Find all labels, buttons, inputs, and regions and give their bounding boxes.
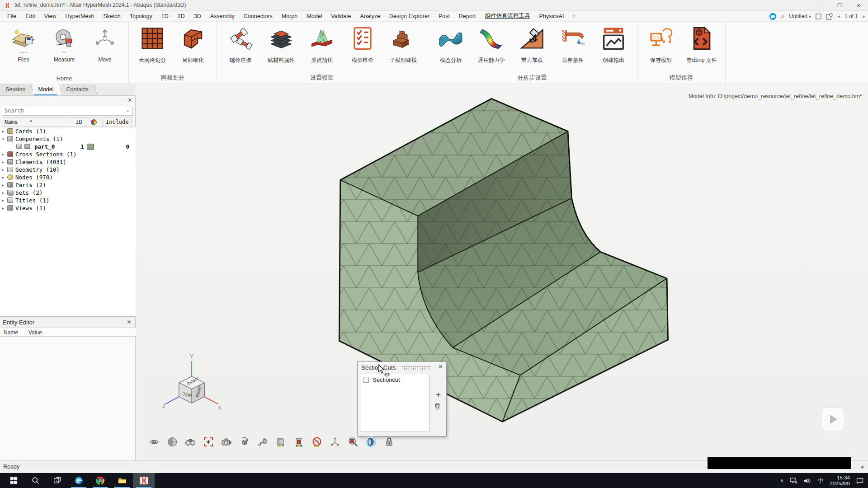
tool-local-refine-button[interactable]: 局部细化 <box>174 23 212 64</box>
close-button[interactable]: ✕ <box>849 0 868 11</box>
menu-item-sketch[interactable]: Sketch <box>99 12 125 21</box>
menu-item-view[interactable]: View <box>40 12 61 21</box>
tree-row-sets[interactable]: ▸Sets (2) <box>0 189 136 197</box>
spotlight-review-icon[interactable] <box>347 436 359 448</box>
tree-row-part_0[interactable]: part_010 <box>0 143 136 150</box>
menu-item-report[interactable]: Report <box>454 12 481 21</box>
tree-item-label[interactable]: Cards (1) <box>15 127 46 135</box>
notification-icon[interactable] <box>856 478 863 484</box>
menu-item-post[interactable]: Post <box>434 12 454 21</box>
menu-item-edit[interactable]: Edit <box>21 12 40 21</box>
new-page-icon[interactable] <box>816 14 821 19</box>
tool-move-button[interactable]: Move <box>86 23 124 63</box>
menu-item-3d[interactable]: 3D <box>189 12 206 21</box>
menu-item-file[interactable]: File <box>3 12 21 21</box>
add-section-cut-button[interactable]: + <box>436 390 441 400</box>
tool-general-static-button[interactable]: 通用静力学 <box>472 23 510 64</box>
tab-session[interactable]: Session <box>0 84 33 95</box>
delete-section-cut-button[interactable] <box>434 403 441 410</box>
graphics-viewport[interactable]: Model Info: D:/project/demo_resource/tet… <box>136 84 868 460</box>
menu-item-2d[interactable]: 2D <box>173 12 189 21</box>
tool-modal-analysis-button[interactable]: 模态分析 <box>432 23 470 64</box>
lock-icon[interactable] <box>383 436 395 448</box>
section-cut-3d-icon[interactable] <box>365 436 377 448</box>
play-overlay-button[interactable] <box>821 408 844 431</box>
tree-item-label[interactable]: Views (1) <box>15 204 46 212</box>
tool-export-inp-button[interactable]: 导出inp 文件 <box>683 23 721 64</box>
volume-icon[interactable] <box>804 478 811 484</box>
view-triad[interactable]: Y X Z TOP REAR RIGHT <box>162 353 222 417</box>
sectioncut-checkbox[interactable] <box>363 377 369 383</box>
tray-expand-icon[interactable]: ∧ <box>780 478 783 483</box>
element-spool-icon[interactable] <box>293 436 305 448</box>
browser-search-input[interactable]: Search ⌕ <box>2 106 133 116</box>
expand-arrow-icon[interactable]: ▸ <box>2 127 6 135</box>
menu-item-physicsai[interactable]: PhysicsAI <box>535 12 569 21</box>
expand-arrow-icon[interactable]: ▸ <box>2 189 6 197</box>
taskbar-hypermesh-icon[interactable] <box>133 473 155 488</box>
triad-axes-icon[interactable] <box>329 436 341 448</box>
expand-arrow-icon[interactable]: ▸ <box>2 158 6 166</box>
tool-boundary-condition-button[interactable]: 位移边界条件 <box>554 23 592 64</box>
measure-nodes-icon[interactable] <box>257 436 269 448</box>
browser-close-icon[interactable]: ✕ <box>127 97 132 103</box>
tool-material-assign-button[interactable]: 赋材料属性 <box>262 23 300 64</box>
menu-item-hypermesh[interactable]: HyperMesh <box>61 12 99 21</box>
menu-item-assembly[interactable]: Assembly <box>206 12 239 21</box>
camera-views-icon[interactable] <box>221 436 232 448</box>
expand-arrow-icon[interactable]: ▸ <box>2 181 6 189</box>
dialog-drag-handle-icon[interactable] <box>401 366 431 370</box>
column-name[interactable]: Name <box>5 119 18 125</box>
tab-contacts[interactable]: Contacts <box>61 84 96 95</box>
menu-item-design-explorer[interactable]: Design Explorer <box>385 12 434 21</box>
status-crosshair-icon[interactable]: ⌖ <box>861 463 864 471</box>
tool-model-check-button[interactable]: 模型检查 <box>344 23 382 64</box>
expand-arrow-icon[interactable]: ▸ <box>2 166 6 174</box>
taskbar-search-icon[interactable] <box>24 473 46 488</box>
section-dialog-close-icon[interactable]: ✕ <box>438 363 443 370</box>
menu-add-icon[interactable]: ✛ <box>568 13 579 19</box>
tool-files-button[interactable]: • • •Files <box>5 23 42 63</box>
entity-display-icon[interactable] <box>275 436 287 448</box>
tree-item-label[interactable]: Geometry (10) <box>15 166 60 174</box>
tree-row-titles[interactable]: ▸Titles (1) <box>0 197 136 204</box>
page-history-icon[interactable] <box>826 13 833 20</box>
fit-view-icon[interactable] <box>203 436 214 448</box>
find-binoculars-icon[interactable] <box>184 436 196 448</box>
expand-arrow-icon[interactable]: ▸ <box>2 204 6 212</box>
collapse-arrow-icon[interactable]: ▾ <box>2 135 6 143</box>
tree-row-cross[interactable]: ▸Cross Sections (1) <box>0 150 136 158</box>
network-icon[interactable] <box>790 478 797 484</box>
mask-entities-icon[interactable] <box>311 436 323 448</box>
tree-item-label[interactable]: Parts (2) <box>15 181 46 189</box>
menu-item-1d[interactable]: 1D <box>157 12 173 21</box>
tree-row-nodes[interactable]: ▸Nodes (970) <box>0 174 136 181</box>
taskbar-clock[interactable]: 15:34 2025/8/8 <box>830 475 850 487</box>
tool-submodel-button[interactable]: 子模型建模 <box>384 23 422 64</box>
tree-row-components[interactable]: ▾Components (1) <box>0 135 136 143</box>
menu-item-morph[interactable]: Morph <box>277 12 302 21</box>
menu-item-组件仿真流程工具[interactable]: 组件仿真流程工具 <box>481 11 535 21</box>
tree-item-label[interactable]: Nodes (970) <box>15 174 53 181</box>
section-cuts-dialog[interactable]: Section Cuts ✕ Sectioncut + <box>357 361 447 436</box>
tree-item-label[interactable]: Components (1) <box>15 135 63 143</box>
tree-item-label[interactable]: Sets (2) <box>15 189 42 197</box>
tree-row-views[interactable]: ▸Views (1) <box>0 204 136 212</box>
taskbar-edge-icon[interactable] <box>68 473 90 488</box>
orient-cube-icon[interactable] <box>239 436 250 448</box>
expand-arrow-icon[interactable]: ▸ <box>2 197 6 204</box>
tree-row-elements[interactable]: ▸Elements (4031) <box>0 158 136 166</box>
tree-item-label[interactable]: part_0 <box>34 143 55 150</box>
maximize-button[interactable]: ❐ <box>830 0 849 11</box>
tool-mass-simplify-button[interactable]: 质点简化 <box>303 23 341 64</box>
minimize-button[interactable]: — <box>811 0 830 11</box>
column-include[interactable]: Include <box>106 119 129 125</box>
color-wheel-icon[interactable] <box>91 119 97 125</box>
menu-item-validate[interactable]: Validate <box>326 12 355 21</box>
tree-row-geometry[interactable]: ▸Geometry (10) <box>0 166 136 174</box>
menu-item-analyze[interactable]: Analyze <box>356 12 385 21</box>
menu-item-topology[interactable]: Topology <box>125 12 157 21</box>
section-cut-item[interactable]: Sectioncut <box>361 374 429 385</box>
taskbar-start-icon[interactable] <box>3 473 24 488</box>
page-prev-button[interactable]: ◂ <box>837 13 840 19</box>
